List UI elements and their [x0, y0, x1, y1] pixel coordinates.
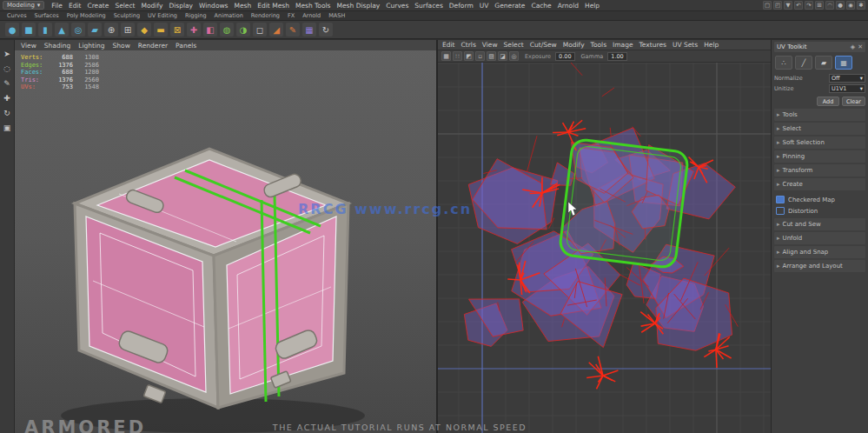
shell-select-mode-icon[interactable]: ▦ — [835, 56, 852, 70]
viewport-menu-show[interactable]: Show — [113, 42, 130, 50]
menu-deform[interactable]: Deform — [449, 2, 474, 10]
uv-menu-image[interactable]: Image — [613, 41, 633, 49]
section-expand-icon[interactable]: ▸ — [777, 235, 780, 242]
gamma-field[interactable]: 1.00 — [607, 52, 626, 61]
section-expand-icon[interactable]: ▸ — [777, 181, 780, 188]
render-settings-icon[interactable]: ✱ — [857, 1, 865, 10]
crease-icon[interactable]: ◢ — [269, 23, 283, 37]
section-expand-icon[interactable]: ▸ — [777, 125, 780, 132]
bridge-icon[interactable]: ▬ — [154, 23, 168, 37]
menu-create[interactable]: Create — [87, 2, 109, 10]
edge-select-mode-icon[interactable]: ╱ — [795, 56, 812, 70]
menu-display[interactable]: Display — [169, 2, 193, 10]
smooth-icon[interactable]: ◍ — [220, 23, 234, 37]
section-pinning[interactable]: ▸Pinning — [774, 150, 865, 163]
menu-file[interactable]: File — [51, 2, 63, 10]
uv-menu-edit[interactable]: Edit — [442, 41, 455, 49]
cube-primitive-icon[interactable]: ■ — [22, 23, 36, 37]
section-create[interactable]: ▸Create — [774, 178, 865, 190]
uv-menu-help[interactable]: Help — [704, 41, 719, 49]
section-cut-and-sew[interactable]: ▸Cut and Sew — [774, 218, 865, 230]
shelf-tab-fx[interactable]: FX — [288, 12, 295, 19]
toggle-distortion[interactable] — [776, 207, 785, 215]
section-expand-icon[interactable]: ▸ — [777, 111, 780, 118]
section-expand-icon[interactable]: ▸ — [777, 221, 780, 228]
uv-menu-ctrls[interactable]: Ctrls — [461, 41, 476, 49]
menu-cache[interactable]: Cache — [531, 2, 551, 10]
uv-canvas[interactable] — [438, 63, 771, 433]
menu-mesh[interactable]: Mesh — [235, 2, 252, 10]
boolean-icon[interactable]: ⊕ — [104, 23, 118, 37]
torus-primitive-icon[interactable]: ◎ — [71, 23, 85, 37]
shelf-tab-animation[interactable]: Animation — [215, 12, 243, 19]
viewport-menu-panels[interactable]: Panels — [176, 42, 196, 50]
shelf-tab-rendering[interactable]: Rendering — [251, 12, 280, 19]
section-expand-icon[interactable]: ▸ — [777, 167, 780, 174]
uv-menu-select[interactable]: Select — [504, 41, 524, 49]
shelf-tab-arnold[interactable]: Arnold — [302, 12, 321, 19]
menu-modify[interactable]: Modify — [142, 2, 163, 10]
save-scene-icon[interactable]: ▼ — [784, 1, 792, 10]
section-soft-selection[interactable]: ▸Soft Selection — [774, 137, 865, 149]
menu-generate[interactable]: Generate — [494, 2, 525, 10]
uv-editor-shelf-icon[interactable]: ▦ — [302, 23, 316, 37]
pin-panel-icon[interactable]: ◈ — [851, 43, 855, 50]
section-expand-icon[interactable]: ▸ — [777, 153, 780, 160]
mirror-icon[interactable]: ◑ — [236, 23, 250, 37]
menu-set-selector[interactable]: Modeling ▾ — [3, 1, 44, 10]
multi-cut-icon[interactable]: ✚ — [187, 23, 201, 37]
viewport-menu-renderer[interactable]: Renderer — [138, 42, 168, 50]
shelf-tab-sculpting[interactable]: Sculpting — [114, 12, 140, 19]
section-expand-icon[interactable]: ▸ — [777, 249, 780, 256]
shelf-tab-curves[interactable]: Curves — [7, 12, 27, 19]
section-arrange-and-layout[interactable]: ▸Arrange and Layout — [774, 260, 865, 272]
section-select[interactable]: ▸Select — [774, 123, 865, 135]
uv-menu-modify[interactable]: Modify — [563, 41, 585, 49]
plane-primitive-icon[interactable]: ▰ — [88, 23, 102, 37]
uv-menu-uv-sets[interactable]: UV Sets — [673, 41, 698, 49]
sculpt-icon[interactable]: ✎ — [286, 23, 300, 37]
menu-uv[interactable]: UV — [480, 2, 489, 10]
uv-menu-tools[interactable]: Tools — [591, 41, 606, 49]
scale-tool-icon[interactable]: ▣ — [2, 123, 12, 133]
snap-grid-icon[interactable]: ⊞ — [815, 1, 824, 10]
history-icon[interactable]: ↻ — [319, 23, 333, 37]
extrude-icon[interactable]: ⊠ — [170, 23, 184, 37]
shelf-tab-rigging[interactable]: Rigging — [185, 12, 207, 19]
add-button[interactable]: Add — [817, 97, 839, 106]
combine-icon[interactable]: ⊞ — [121, 23, 135, 37]
section-transform[interactable]: ▸Transform — [774, 164, 865, 177]
menu-curves[interactable]: Curves — [386, 2, 408, 10]
cylinder-primitive-icon[interactable]: ▮ — [38, 23, 52, 37]
menu-help[interactable]: Help — [585, 2, 600, 10]
section-unfold[interactable]: ▸Unfold — [774, 232, 865, 244]
pixel-snap-icon[interactable]: ∷ — [453, 51, 462, 61]
menu-edit-mesh[interactable]: Edit Mesh — [257, 2, 289, 10]
section-expand-icon[interactable]: ▸ — [777, 263, 780, 270]
uv-menu-cut-sew[interactable]: Cut/Sew — [530, 41, 557, 49]
lasso-tool-icon[interactable]: ◌ — [2, 63, 12, 74]
clear-button[interactable]: Clear — [842, 97, 865, 106]
section-expand-icon[interactable]: ▸ — [777, 139, 780, 146]
uv-editor-panel[interactable]: EditCtrlsViewSelectCut/SewModifyToolsIma… — [436, 40, 771, 433]
menu-select[interactable]: Select — [115, 2, 135, 10]
isolate-select-icon[interactable]: ◎ — [509, 51, 519, 61]
viewport-menu-shading[interactable]: Shading — [44, 42, 70, 50]
undo-icon[interactable]: ↶ — [794, 1, 803, 10]
open-scene-icon[interactable]: ◰ — [773, 1, 782, 10]
sphere-primitive-icon[interactable]: ● — [5, 23, 19, 37]
bevel-icon[interactable]: ◆ — [137, 23, 151, 37]
dropdown-unitize[interactable]: U1V1▾ — [829, 84, 865, 93]
grid-toggle-icon[interactable]: ▦ — [441, 51, 451, 61]
shelf-tab-surfaces[interactable]: Surfaces — [35, 12, 59, 19]
menu-windows[interactable]: Windows — [199, 2, 228, 10]
uv-select-mode-icon[interactable]: ∴ — [775, 56, 792, 70]
shaded-uv-icon[interactable]: ◩ — [464, 51, 474, 61]
close-panel-icon[interactable]: ✕ — [858, 43, 863, 50]
face-select-mode-icon[interactable]: ▰ — [815, 56, 832, 70]
menu-mesh-tools[interactable]: Mesh Tools — [295, 2, 331, 10]
menu-mesh-display[interactable]: Mesh Display — [337, 2, 381, 10]
menu-edit[interactable]: Edit — [69, 2, 82, 10]
menu-arnold[interactable]: Arnold — [558, 2, 579, 10]
rotate-tool-icon[interactable]: ↻ — [2, 108, 12, 118]
